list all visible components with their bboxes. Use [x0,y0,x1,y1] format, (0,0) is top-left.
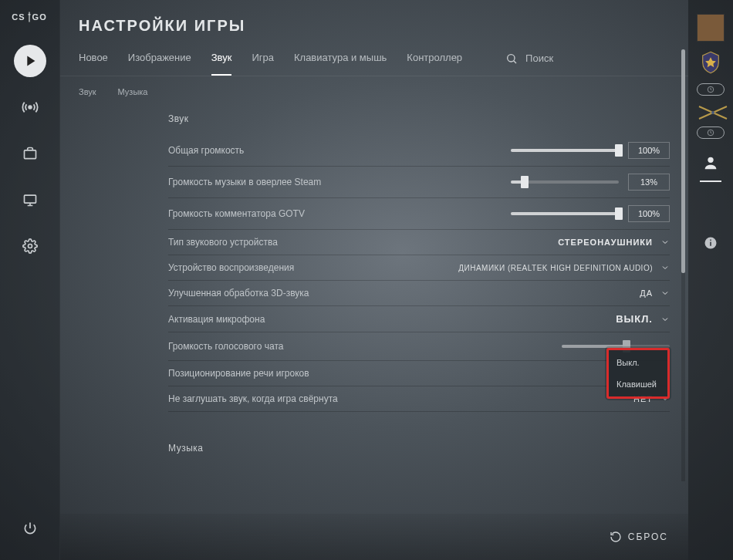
reset-button[interactable]: СБРОС [628,531,668,542]
chevron-down-icon [660,263,670,272]
row-3d-audio[interactable]: Улучшенная обработка 3D-звука ДА [168,281,670,306]
avatar[interactable] [697,14,725,42]
tabs: Новое Изображение Звук Игра Клавиатура и… [60,42,688,76]
chevron-down-icon [660,288,670,298]
row-master-volume: Общая громкость 100% [168,135,670,167]
play-button[interactable] [14,45,46,77]
search[interactable]: Поиск [505,52,553,76]
svg-rect-1 [24,150,35,159]
watch-icon[interactable] [14,184,46,216]
chevron-down-icon [660,315,670,324]
right-sidebar [688,0,733,560]
person-icon[interactable] [702,154,719,171]
subtab-sound[interactable]: Звук [79,87,96,96]
settings-content: Звук Общая громкость 100% Громкость музы… [60,103,688,514]
svg-point-4 [508,54,515,61]
footer: СБРОС [60,514,688,560]
info-icon[interactable] [704,236,718,250]
slider-overlay[interactable] [511,175,619,189]
tab-keyboard[interactable]: Клавиатура и мышь [294,52,387,76]
crossed-guns-icon[interactable] [698,103,724,119]
svg-point-6 [711,111,714,114]
chevron-down-icon [660,238,670,247]
section-music-header: Музыка [168,443,670,454]
value-master[interactable]: 100% [628,142,670,159]
row-background-sound[interactable]: Не заглушать звук, когда игра свёрнута Н… [168,386,670,412]
svg-rect-2 [24,195,35,203]
main-panel: НАСТРОЙКИ ИГРЫ Новое Изображение Звук Иг… [60,0,688,560]
tab-sound[interactable]: Звук [211,52,232,76]
row-mic-activation[interactable]: Активация микрофона ВЫКЛ. [168,306,670,332]
row-voice-position[interactable]: Позиционирование речи игроков [168,361,670,386]
row-device-type[interactable]: Тип звукового устройства СТЕРЕОНАУШНИКИ [168,230,670,255]
option-key[interactable]: Клавишей [616,380,660,389]
power-icon[interactable] [14,512,46,545]
mic-activation-dropdown[interactable]: Выкл. Клавишей [606,348,670,399]
option-off[interactable]: Выкл. [616,358,660,367]
tab-controller[interactable]: Контроллер [407,52,462,76]
status-pill-1[interactable] [697,83,725,96]
subtab-music[interactable]: Музыка [118,87,148,96]
svg-point-3 [28,245,32,248]
left-sidebar: CSGO [0,0,60,560]
section-sound-header: Звук [168,113,670,124]
value-gotv[interactable]: 100% [628,205,670,222]
broadcast-icon[interactable] [14,91,46,123]
row-playback-device[interactable]: Устройство воспроизведения ДИНАМИКИ (REA… [168,255,670,281]
tab-game[interactable]: Игра [252,52,274,76]
svg-point-8 [708,157,713,163]
subtabs: Звук Музыка [60,76,688,103]
value-overlay[interactable]: 13% [628,174,670,191]
inventory-icon[interactable] [14,137,46,170]
slider-gotv[interactable] [511,207,619,221]
tab-new[interactable]: Новое [79,52,108,76]
status-pill-2[interactable] [697,127,725,139]
csgo-logo: CSGO [12,11,47,23]
search-icon [505,52,518,65]
svg-rect-10 [710,242,711,246]
row-voice-volume: Громкость голосового чата [168,332,670,361]
row-gotv-volume: Громкость комментатора GOTV 100% [168,198,670,230]
tab-image[interactable]: Изображение [128,52,191,76]
page-title: НАСТРОЙКИ ИГРЫ [60,0,688,42]
search-label: Поиск [525,52,553,64]
svg-rect-11 [710,240,711,241]
scrollbar[interactable] [681,49,685,481]
svg-point-0 [29,106,32,109]
rank-badge[interactable] [699,49,722,76]
reset-icon [610,531,622,543]
settings-icon[interactable] [14,230,46,262]
slider-master[interactable] [511,143,619,157]
row-overlay-music: Громкость музыки в оверлее Steam 13% [168,167,670,198]
